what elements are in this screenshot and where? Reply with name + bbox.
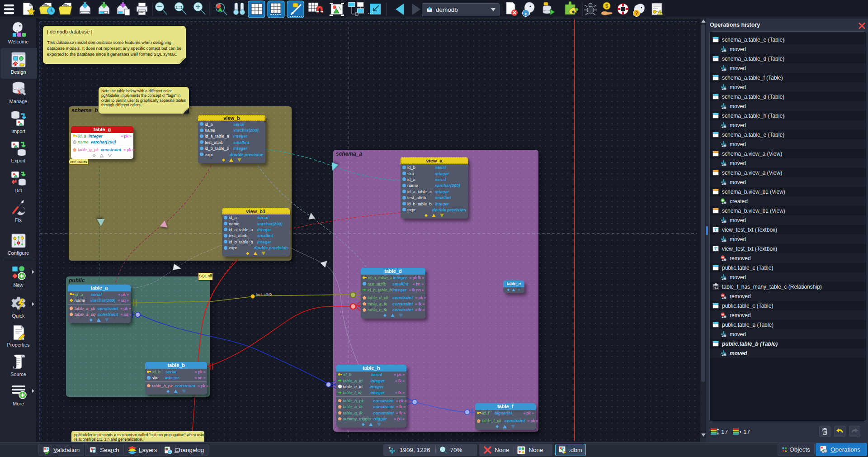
svg-text:test_attrib: test_attrib [256, 292, 272, 296]
svg-text:!: ! [660, 11, 661, 15]
svg-text:$: $ [605, 3, 608, 9]
svg-text:?: ? [635, 11, 638, 16]
svg-text:e: e [524, 11, 527, 16]
svg-text:1:1: 1:1 [175, 5, 183, 10]
